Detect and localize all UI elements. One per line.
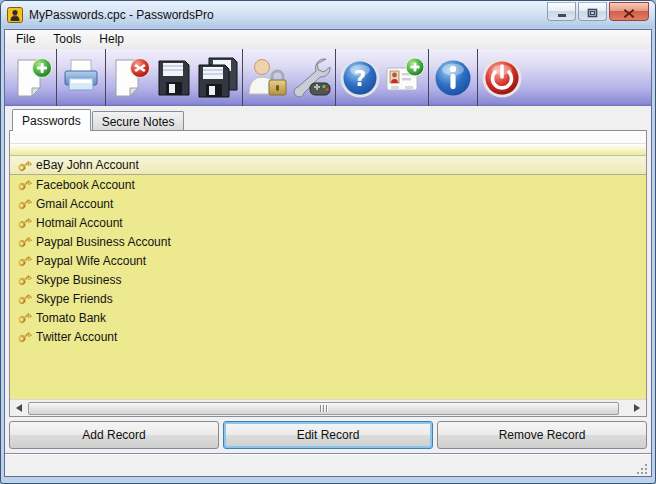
toolbar-separator (56, 49, 57, 106)
arrow-left-icon (16, 404, 22, 412)
key-icon (17, 291, 32, 306)
toolbar-save-as-button[interactable] (196, 52, 240, 104)
list-empty-area (10, 346, 646, 399)
toolbar-help-button[interactable]: ? (338, 52, 382, 104)
window-title: MyPasswords.cpc - PasswordsPro (29, 7, 541, 22)
key-icon (17, 196, 32, 211)
titlebar[interactable]: MyPasswords.cpc - PasswordsPro (1, 1, 655, 28)
toolbar-master-password-button[interactable] (245, 52, 289, 104)
record-label: Skype Friends (36, 292, 113, 306)
record-row-ebay[interactable]: eBay John Account (10, 155, 646, 175)
window-controls (547, 2, 649, 21)
menu-file[interactable]: File (7, 30, 44, 49)
record-label: Paypal Business Account (36, 235, 171, 249)
record-label: Tomato Bank (36, 311, 106, 325)
record-rows: eBay John Account Facebook Account Gmail… (10, 156, 646, 346)
toolbar-add-record-button[interactable] (382, 52, 426, 104)
app-window: MyPasswords.cpc - PasswordsPro File Tool… (0, 0, 656, 484)
scroll-left-button[interactable] (11, 401, 27, 416)
power-icon (480, 56, 524, 100)
list-header (10, 131, 646, 144)
toolbar-separator (242, 49, 243, 106)
record-row-skype-friends[interactable]: Skype Friends (10, 289, 646, 308)
key-icon (17, 215, 32, 230)
key-icon (17, 272, 32, 287)
key-icon (17, 310, 32, 325)
close-button[interactable] (609, 2, 649, 21)
toolbar-close-file-button[interactable] (108, 52, 152, 104)
record-label: Hotmail Account (36, 216, 123, 230)
user-padlock-icon (246, 56, 288, 100)
toolbar-separator (477, 49, 478, 106)
maximize-button[interactable] (578, 2, 607, 21)
thumb-grip (320, 405, 321, 412)
tab-secure-notes[interactable]: Secure Notes (92, 111, 185, 130)
record-label: Gmail Account (36, 197, 113, 211)
thumb-grip (326, 405, 327, 412)
record-row-paypal-wife[interactable]: Paypal Wife Account (10, 251, 646, 270)
svg-text:?: ? (354, 67, 366, 91)
toolbar-exit-button[interactable] (480, 52, 524, 104)
record-row-tomato-bank[interactable]: Tomato Bank (10, 308, 646, 327)
toolbar-settings-button[interactable] (289, 52, 333, 104)
key-icon (17, 329, 32, 344)
id-card-plus-icon (382, 56, 426, 100)
thumb-grip (323, 405, 324, 412)
record-row-twitter[interactable]: Twitter Account (10, 327, 646, 346)
maximize-icon (587, 8, 598, 18)
record-row-facebook[interactable]: Facebook Account (10, 175, 646, 194)
scroll-right-button[interactable] (629, 401, 645, 416)
info-icon (431, 56, 475, 100)
add-record-button[interactable]: Add Record (9, 421, 219, 449)
toolbar-separator (105, 49, 106, 106)
tab-passwords[interactable]: Passwords (12, 109, 91, 131)
key-icon (17, 253, 32, 268)
toolbar: ? (5, 49, 651, 106)
toolbar-about-button[interactable] (431, 52, 475, 104)
scrollbar-thumb[interactable] (28, 402, 619, 415)
menubar: File Tools Help (5, 30, 651, 49)
toolbar-new-file-button[interactable] (10, 52, 54, 104)
client-area: File Tools Help (4, 29, 652, 477)
menu-help[interactable]: Help (90, 30, 133, 49)
wrench-gamepad-icon (290, 56, 332, 100)
record-row-hotmail[interactable]: Hotmail Account (10, 213, 646, 232)
minimize-icon (557, 9, 567, 18)
key-icon (17, 158, 32, 173)
resize-grip-icon[interactable] (636, 463, 649, 476)
floppy-disk-icon (153, 56, 195, 100)
document-delete-icon (109, 56, 151, 100)
statusbar (5, 454, 651, 476)
record-label: Skype Business (36, 273, 121, 287)
record-label: Paypal Wife Account (36, 254, 146, 268)
record-label: Facebook Account (36, 178, 135, 192)
toolbar-print-button[interactable] (59, 52, 103, 104)
key-icon (17, 177, 32, 192)
toolbar-save-button[interactable] (152, 52, 196, 104)
arrow-right-icon (634, 404, 640, 412)
tabstrip: Passwords Secure Notes (9, 108, 647, 130)
remove-record-button[interactable]: Remove Record (437, 421, 647, 449)
key-icon (17, 234, 32, 249)
action-button-row: Add Record Edit Record Remove Record (9, 421, 647, 449)
toolbar-separator (335, 49, 336, 106)
record-label: eBay John Account (36, 158, 139, 172)
printer-icon (60, 56, 102, 100)
record-label: Twitter Account (36, 330, 117, 344)
close-icon (623, 8, 635, 19)
passwordspro-logo-icon[interactable] (7, 7, 23, 23)
edit-record-button[interactable]: Edit Record (223, 421, 433, 449)
password-list: eBay John Account Facebook Account Gmail… (9, 130, 647, 417)
record-row-skype-business[interactable]: Skype Business (10, 270, 646, 289)
content-area: Passwords Secure Notes eBay John Account… (5, 106, 651, 453)
menu-tools[interactable]: Tools (44, 30, 90, 49)
floppy-disks-icon (197, 56, 239, 100)
toolbar-separator (428, 49, 429, 106)
document-plus-icon (11, 56, 53, 100)
minimize-button[interactable] (547, 2, 576, 21)
horizontal-scrollbar[interactable] (10, 399, 646, 416)
record-row-gmail[interactable]: Gmail Account (10, 194, 646, 213)
question-mark-icon: ? (338, 56, 382, 100)
record-row-paypal-business[interactable]: Paypal Business Account (10, 232, 646, 251)
